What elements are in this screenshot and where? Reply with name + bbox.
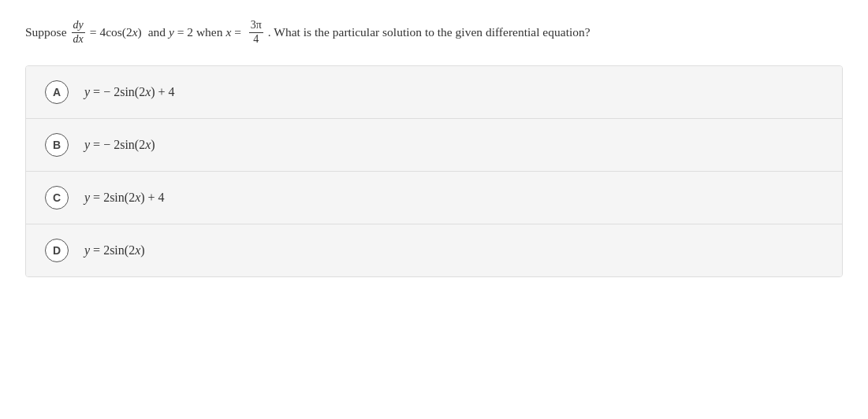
option-d-label: y = 2sin(2x) xyxy=(84,243,145,258)
dy-dx-fraction: dy dx xyxy=(72,19,85,46)
option-c-label: y = 2sin(2x) + 4 xyxy=(84,191,165,205)
and-y: and y = 2 when x = xyxy=(145,22,244,43)
option-a-label: y = − 2sin(2x) + 4 xyxy=(84,85,175,99)
option-c-circle: C xyxy=(45,186,69,210)
option-b-label: y = − 2sin(2x) xyxy=(84,138,155,152)
option-a-circle: A xyxy=(45,80,69,104)
option-b-circle: B xyxy=(45,133,69,157)
3pi-4-fraction: 3π 4 xyxy=(249,19,263,46)
option-b[interactable]: B y = − 2sin(2x) xyxy=(26,119,842,172)
equals-4cos: = 4cos(2x) xyxy=(90,22,142,43)
question-block: Suppose dy dx = 4cos(2x) and y = 2 when … xyxy=(25,19,843,46)
question-suffix: . What is the particular solution to the… xyxy=(268,22,590,43)
option-a[interactable]: A y = − 2sin(2x) + 4 xyxy=(26,66,842,119)
options-container: A y = − 2sin(2x) + 4 B y = − 2sin(2x) C … xyxy=(25,65,843,277)
question-intro: Suppose xyxy=(25,22,67,43)
option-d-circle: D xyxy=(45,239,69,262)
option-d[interactable]: D y = 2sin(2x) xyxy=(26,224,842,276)
question-line: Suppose dy dx = 4cos(2x) and y = 2 when … xyxy=(25,19,843,46)
option-c[interactable]: C y = 2sin(2x) + 4 xyxy=(26,172,842,224)
